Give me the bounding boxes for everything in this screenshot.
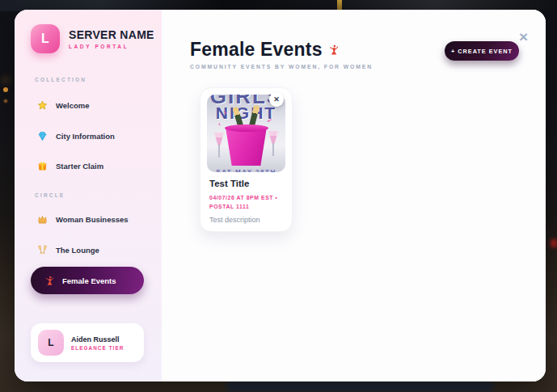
user-avatar-initial: L <box>48 337 53 348</box>
poster-champagne-glass <box>268 131 278 160</box>
user-name: Aiden Russell <box>71 335 124 344</box>
sidebar-item-welcome[interactable]: Welcome <box>15 93 162 117</box>
event-card[interactable]: GIRLS NIGHT ‹ ✓ ✓ ~ SAT MAY 28TH ✕ Test … <box>200 87 293 232</box>
poster-bucket-rim <box>225 124 268 132</box>
create-event-button[interactable]: + CREATE EVENT <box>445 41 519 61</box>
server-logo: L <box>31 24 60 53</box>
brand: L SERVER NAME LADY PORTAL <box>31 24 154 53</box>
gem-icon <box>36 130 48 141</box>
event-postal: POSTAL 1111 <box>209 202 278 211</box>
user-info: Aiden Russell ELEGANCE TIER <box>71 335 124 351</box>
user-profile-card[interactable]: L Aiden Russell ELEGANCE TIER <box>31 323 144 362</box>
user-tier-badge: ELEGANCE TIER <box>71 345 124 351</box>
glowing-star-icon <box>36 99 48 111</box>
clinking-glasses-icon <box>36 244 48 255</box>
event-title: Test Title <box>209 179 249 188</box>
server-logo-initial: L <box>41 32 49 46</box>
event-meta: 04/07/26 AT 8PM EST • POSTAL 1111 <box>209 193 278 211</box>
main-content: × Female Events COMMUNITY EVENTS BY WOME… <box>162 10 546 381</box>
sidebar-item-label: The Lounge <box>56 246 99 255</box>
dancer-icon <box>328 44 340 56</box>
page-subtitle: COMMUNITY EVENTS BY WOMEN, FOR WOMEN <box>190 64 373 70</box>
gift-icon <box>36 160 48 171</box>
sidebar-item-label: Starter Claim <box>56 162 103 171</box>
event-delete-icon[interactable]: ✕ <box>269 92 284 107</box>
event-description: Test description <box>209 216 260 224</box>
lady-portal-window: L SERVER NAME LADY PORTAL COLLECTION Wel… <box>15 10 546 381</box>
background-ground-patch <box>226 381 493 392</box>
poster-bottom-text: SAT MAY 28TH <box>207 168 285 172</box>
section-label-collection: COLLECTION <box>35 77 87 82</box>
sidebar-item-label: City Information <box>56 132 115 141</box>
dancer-icon <box>44 275 55 286</box>
sidebar-item-woman-businesses[interactable]: Woman Businesses <box>15 207 162 231</box>
sidebar-item-starter-claim[interactable]: Starter Claim <box>15 154 162 178</box>
section-label-circle: CIRCLE <box>35 192 65 198</box>
sidebar-item-female-events[interactable]: Female Events <box>31 267 144 294</box>
sidebar-item-label: Woman Businesses <box>56 215 129 224</box>
close-icon[interactable]: × <box>519 29 528 44</box>
server-tagline: LADY PORTAL <box>69 44 154 49</box>
crown-icon <box>36 213 48 225</box>
page-title: Female Events <box>190 39 373 61</box>
poster-ice-bucket <box>225 128 268 166</box>
poster-confetti: ✓ <box>266 116 273 124</box>
sidebar: L SERVER NAME LADY PORTAL COLLECTION Wel… <box>15 10 162 381</box>
page-header: Female Events COMMUNITY EVENTS BY WOMEN,… <box>190 39 373 70</box>
background-streetlight <box>3 87 8 92</box>
sidebar-item-the-lounge[interactable]: The Lounge <box>15 238 162 262</box>
sidebar-item-city-information[interactable]: City Information <box>15 124 162 148</box>
poster-champagne-glass <box>214 133 224 162</box>
background-red-light <box>551 239 557 247</box>
user-avatar: L <box>38 330 64 356</box>
sidebar-item-label: Female Events <box>62 276 116 285</box>
brand-text: SERVER NAME LADY PORTAL <box>69 28 154 49</box>
server-name: SERVER NAME <box>69 28 154 41</box>
sidebar-item-label: Welcome <box>56 101 90 110</box>
event-datetime: 04/07/26 AT 8PM EST • <box>209 193 278 202</box>
page-title-text: Female Events <box>190 39 323 61</box>
